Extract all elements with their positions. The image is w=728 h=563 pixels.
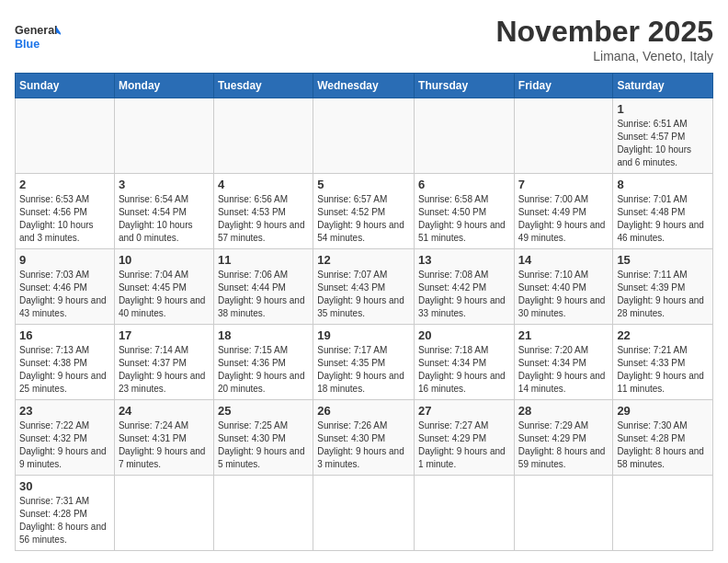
calendar-cell: 28Sunrise: 7:29 AM Sunset: 4:29 PM Dayli… bbox=[514, 400, 613, 476]
weekday-header-friday: Friday bbox=[514, 74, 613, 98]
calendar-cell bbox=[514, 476, 613, 551]
calendar-cell: 1Sunrise: 6:51 AM Sunset: 4:57 PM Daylig… bbox=[613, 98, 713, 174]
day-number: 26 bbox=[317, 404, 410, 418]
day-info: Sunrise: 7:20 AM Sunset: 4:34 PM Dayligh… bbox=[518, 344, 609, 396]
calendar-cell: 21Sunrise: 7:20 AM Sunset: 4:34 PM Dayli… bbox=[514, 325, 613, 400]
day-number: 29 bbox=[617, 404, 709, 418]
calendar-cell: 15Sunrise: 7:11 AM Sunset: 4:39 PM Dayli… bbox=[613, 249, 713, 325]
day-number: 4 bbox=[218, 178, 309, 191]
calendar-cell: 20Sunrise: 7:18 AM Sunset: 4:34 PM Dayli… bbox=[415, 325, 515, 400]
calendar-cell bbox=[213, 98, 313, 174]
day-number: 24 bbox=[119, 404, 210, 418]
day-number: 7 bbox=[518, 178, 609, 191]
calendar-table: SundayMondayTuesdayWednesdayThursdayFrid… bbox=[15, 73, 713, 551]
day-info: Sunrise: 7:10 AM Sunset: 4:40 PM Dayligh… bbox=[518, 269, 609, 320]
svg-text:General: General bbox=[15, 24, 58, 37]
day-info: Sunrise: 6:57 AM Sunset: 4:52 PM Dayligh… bbox=[317, 193, 410, 245]
location-title: Limana, Veneto, Italy bbox=[495, 49, 713, 63]
weekday-header-row: SundayMondayTuesdayWednesdayThursdayFrid… bbox=[16, 74, 713, 98]
day-info: Sunrise: 7:22 AM Sunset: 4:32 PM Dayligh… bbox=[19, 419, 110, 471]
weekday-header-monday: Monday bbox=[114, 74, 213, 98]
day-info: Sunrise: 7:30 AM Sunset: 4:28 PM Dayligh… bbox=[617, 419, 709, 471]
day-number: 18 bbox=[218, 328, 309, 342]
month-title: November 2025 bbox=[495, 15, 713, 49]
calendar-cell bbox=[114, 98, 213, 174]
day-info: Sunrise: 6:58 AM Sunset: 4:50 PM Dayligh… bbox=[418, 193, 510, 245]
calendar-cell: 30Sunrise: 7:31 AM Sunset: 4:28 PM Dayli… bbox=[16, 476, 115, 551]
calendar-cell: 16Sunrise: 7:13 AM Sunset: 4:38 PM Dayli… bbox=[16, 325, 115, 400]
day-number: 25 bbox=[218, 404, 309, 418]
calendar-cell bbox=[415, 476, 515, 551]
day-info: Sunrise: 7:27 AM Sunset: 4:29 PM Dayligh… bbox=[418, 419, 510, 471]
day-number: 8 bbox=[617, 178, 709, 191]
day-number: 10 bbox=[119, 253, 210, 267]
day-number: 27 bbox=[418, 404, 510, 418]
day-number: 6 bbox=[418, 178, 510, 191]
day-number: 3 bbox=[119, 178, 210, 191]
day-info: Sunrise: 7:00 AM Sunset: 4:49 PM Dayligh… bbox=[518, 193, 609, 245]
logo: General Blue bbox=[15, 15, 61, 61]
day-number: 1 bbox=[617, 102, 709, 116]
day-info: Sunrise: 7:15 AM Sunset: 4:36 PM Dayligh… bbox=[218, 344, 309, 396]
calendar-cell bbox=[114, 476, 213, 551]
day-number: 14 bbox=[518, 253, 609, 267]
day-number: 22 bbox=[617, 328, 709, 342]
calendar-cell bbox=[16, 98, 115, 174]
calendar-cell bbox=[313, 98, 415, 174]
day-info: Sunrise: 7:04 AM Sunset: 4:45 PM Dayligh… bbox=[119, 269, 210, 320]
day-number: 19 bbox=[317, 328, 410, 342]
day-number: 9 bbox=[19, 253, 110, 267]
calendar-week-6: 30Sunrise: 7:31 AM Sunset: 4:28 PM Dayli… bbox=[16, 476, 713, 551]
day-info: Sunrise: 7:11 AM Sunset: 4:39 PM Dayligh… bbox=[617, 269, 709, 320]
day-info: Sunrise: 6:51 AM Sunset: 4:57 PM Dayligh… bbox=[617, 118, 709, 169]
calendar-cell: 23Sunrise: 7:22 AM Sunset: 4:32 PM Dayli… bbox=[16, 400, 115, 476]
calendar-cell: 3Sunrise: 6:54 AM Sunset: 4:54 PM Daylig… bbox=[114, 174, 213, 249]
day-info: Sunrise: 7:31 AM Sunset: 4:28 PM Dayligh… bbox=[19, 495, 110, 546]
weekday-header-saturday: Saturday bbox=[613, 74, 713, 98]
calendar-week-5: 23Sunrise: 7:22 AM Sunset: 4:32 PM Dayli… bbox=[16, 400, 713, 476]
day-number: 2 bbox=[19, 178, 110, 191]
calendar-cell: 13Sunrise: 7:08 AM Sunset: 4:42 PM Dayli… bbox=[415, 249, 515, 325]
day-info: Sunrise: 7:08 AM Sunset: 4:42 PM Dayligh… bbox=[418, 269, 510, 320]
day-info: Sunrise: 7:07 AM Sunset: 4:43 PM Dayligh… bbox=[317, 269, 410, 320]
calendar-cell: 11Sunrise: 7:06 AM Sunset: 4:44 PM Dayli… bbox=[213, 249, 313, 325]
day-number: 30 bbox=[19, 479, 110, 493]
day-info: Sunrise: 7:06 AM Sunset: 4:44 PM Dayligh… bbox=[218, 269, 309, 320]
calendar-cell: 8Sunrise: 7:01 AM Sunset: 4:48 PM Daylig… bbox=[613, 174, 713, 249]
day-info: Sunrise: 7:14 AM Sunset: 4:37 PM Dayligh… bbox=[119, 344, 210, 396]
calendar-cell: 27Sunrise: 7:27 AM Sunset: 4:29 PM Dayli… bbox=[415, 400, 515, 476]
calendar-cell: 7Sunrise: 7:00 AM Sunset: 4:49 PM Daylig… bbox=[514, 174, 613, 249]
day-info: Sunrise: 7:13 AM Sunset: 4:38 PM Dayligh… bbox=[19, 344, 110, 396]
calendar-cell bbox=[613, 476, 713, 551]
calendar-cell: 18Sunrise: 7:15 AM Sunset: 4:36 PM Dayli… bbox=[213, 325, 313, 400]
calendar-cell: 9Sunrise: 7:03 AM Sunset: 4:46 PM Daylig… bbox=[16, 249, 115, 325]
day-number: 17 bbox=[119, 328, 210, 342]
day-number: 28 bbox=[518, 404, 609, 418]
calendar-cell: 6Sunrise: 6:58 AM Sunset: 4:50 PM Daylig… bbox=[415, 174, 515, 249]
calendar-cell: 10Sunrise: 7:04 AM Sunset: 4:45 PM Dayli… bbox=[114, 249, 213, 325]
calendar-cell bbox=[514, 98, 613, 174]
day-info: Sunrise: 7:01 AM Sunset: 4:48 PM Dayligh… bbox=[617, 193, 709, 245]
day-number: 20 bbox=[418, 328, 510, 342]
calendar-cell bbox=[415, 98, 515, 174]
page-header: General Blue November 2025 Limana, Venet… bbox=[15, 15, 713, 63]
title-area: November 2025 Limana, Veneto, Italy bbox=[495, 15, 713, 63]
day-info: Sunrise: 6:54 AM Sunset: 4:54 PM Dayligh… bbox=[119, 193, 210, 245]
calendar-cell: 25Sunrise: 7:25 AM Sunset: 4:30 PM Dayli… bbox=[213, 400, 313, 476]
day-info: Sunrise: 7:18 AM Sunset: 4:34 PM Dayligh… bbox=[418, 344, 510, 396]
day-number: 21 bbox=[518, 328, 609, 342]
weekday-header-sunday: Sunday bbox=[16, 74, 115, 98]
calendar-cell: 19Sunrise: 7:17 AM Sunset: 4:35 PM Dayli… bbox=[313, 325, 415, 400]
calendar-cell: 22Sunrise: 7:21 AM Sunset: 4:33 PM Dayli… bbox=[613, 325, 713, 400]
calendar-cell: 4Sunrise: 6:56 AM Sunset: 4:53 PM Daylig… bbox=[213, 174, 313, 249]
day-info: Sunrise: 7:24 AM Sunset: 4:31 PM Dayligh… bbox=[119, 419, 210, 471]
day-info: Sunrise: 6:53 AM Sunset: 4:56 PM Dayligh… bbox=[19, 193, 110, 245]
day-info: Sunrise: 6:56 AM Sunset: 4:53 PM Dayligh… bbox=[218, 193, 309, 245]
calendar-cell bbox=[313, 476, 415, 551]
calendar-cell: 5Sunrise: 6:57 AM Sunset: 4:52 PM Daylig… bbox=[313, 174, 415, 249]
calendar-cell: 2Sunrise: 6:53 AM Sunset: 4:56 PM Daylig… bbox=[16, 174, 115, 249]
day-number: 16 bbox=[19, 328, 110, 342]
day-info: Sunrise: 7:03 AM Sunset: 4:46 PM Dayligh… bbox=[19, 269, 110, 320]
day-number: 13 bbox=[418, 253, 510, 267]
calendar-cell bbox=[213, 476, 313, 551]
